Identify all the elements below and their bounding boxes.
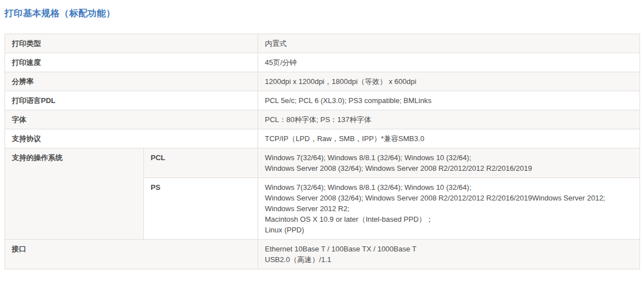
spec-sublabel-ps: PS [144, 178, 258, 240]
spec-value: Windows 7(32/64); Windows 8/8.1 (32/64);… [258, 178, 640, 240]
spec-value: 45页/分钟 [258, 53, 640, 72]
spec-value: 1200dpi x 1200dpi，1800dpi（等效） x 600dpi [258, 72, 640, 91]
print-spec-table: 打印类型 内置式 打印速度 45页/分钟 分辨率 1200dpi x 1200d… [4, 34, 640, 269]
table-row: 分辨率 1200dpi x 1200dpi，1800dpi（等效） x 600d… [5, 72, 640, 91]
spec-label: 打印语言PDL [5, 91, 258, 110]
spec-value: TCP/IP（LPD，Raw，SMB，IPP）*兼容SMB3.0 [258, 129, 640, 148]
spec-label: 支持协议 [5, 129, 258, 148]
spec-label: 打印类型 [5, 34, 258, 53]
table-row: 支持协议 TCP/IP（LPD，Raw，SMB，IPP）*兼容SMB3.0 [5, 129, 640, 148]
spec-value: PCL：80种字体; PS：137种字体 [258, 110, 640, 129]
spec-value: Windows 7(32/64); Windows 8/8.1 (32/64);… [258, 148, 640, 178]
spec-label: 打印速度 [5, 53, 258, 72]
spec-sublabel-pcl: PCL [144, 148, 258, 178]
table-row-os-pcl: 支持的操作系统 PCL Windows 7(32/64); Windows 8/… [5, 148, 640, 178]
table-row: 打印类型 内置式 [5, 34, 640, 53]
page-title: 打印基本规格（标配功能） [4, 8, 640, 20]
spec-label: 字体 [5, 110, 258, 129]
table-row: 接口 Ethernet 10Base T / 100Base TX / 1000… [5, 240, 640, 269]
spec-value: 内置式 [258, 34, 640, 53]
table-row: 打印速度 45页/分钟 [5, 53, 640, 72]
spec-label: 支持的操作系统 [5, 148, 144, 240]
spec-value: PCL 5e/c; PCL 6 (XL3.0); PS3 compatible;… [258, 91, 640, 110]
table-row: 字体 PCL：80种字体; PS：137种字体 [5, 110, 640, 129]
spec-value: Ethernet 10Base T / 100Base TX / 1000Bas… [258, 240, 640, 269]
table-row: 打印语言PDL PCL 5e/c; PCL 6 (XL3.0); PS3 com… [5, 91, 640, 110]
spec-label: 分辨率 [5, 72, 258, 91]
spec-label: 接口 [5, 240, 258, 269]
spec-page: 打印基本规格（标配功能） 打印类型 内置式 打印速度 45页/分钟 分辨率 12… [0, 0, 644, 269]
